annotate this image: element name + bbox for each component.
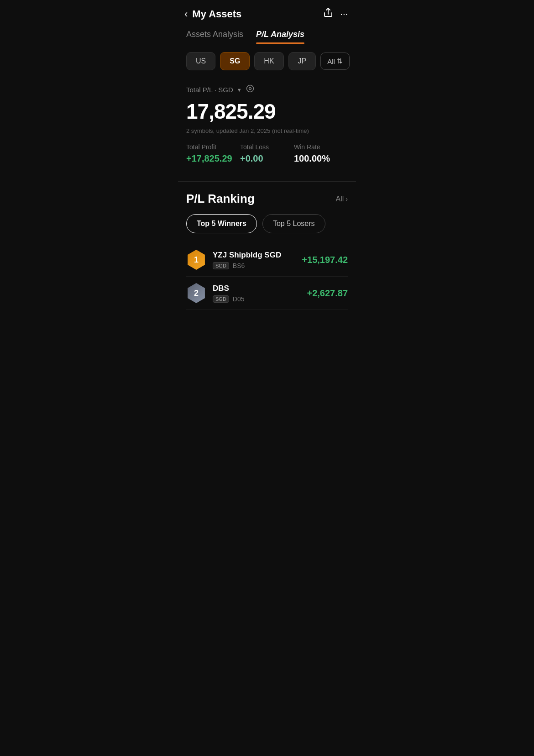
- pl-section: Total P/L · SGD ▼ 17,825.29 2 symbols, u…: [178, 75, 356, 168]
- header: ‹ My Assets ···: [178, 0, 356, 26]
- total-profit-stat: Total Profit +17,825.29: [186, 143, 240, 164]
- rank-medal-2: 2: [186, 283, 206, 303]
- market-filters: US SG HK JP All ⇅: [178, 44, 356, 75]
- market-us-button[interactable]: US: [186, 52, 215, 70]
- rank-badge-2: 2: [186, 283, 206, 303]
- total-loss-value: +0.00: [240, 153, 294, 164]
- eye-icon[interactable]: [246, 84, 255, 95]
- rank-info-2: DBS SGD D05: [213, 284, 300, 303]
- top-losers-button[interactable]: Top 5 Losers: [262, 214, 325, 233]
- page-title: My Assets: [192, 8, 241, 20]
- rank-badge-1: 1: [186, 250, 206, 270]
- currency-tag-1: SGD: [213, 262, 229, 269]
- ranking-section: P/L Ranking All › Top 5 Winners Top 5 Lo…: [178, 182, 356, 315]
- win-rate-value: 100.00%: [294, 153, 348, 164]
- market-sg-button[interactable]: SG: [220, 52, 250, 70]
- header-right: ···: [323, 7, 348, 21]
- dropdown-icon[interactable]: ▼: [237, 87, 242, 93]
- rank-info-1: YZJ Shipbldg SGD SGD BS6: [213, 251, 295, 269]
- tab-assets[interactable]: Assets Analysis: [186, 30, 243, 44]
- header-left: ‹ My Assets: [184, 8, 241, 20]
- filter-all-button[interactable]: All ⇅: [320, 52, 350, 70]
- rank-item-2: 2 DBS SGD D05 +2,627.87: [186, 277, 348, 310]
- stats-row: Total Profit +17,825.29 Total Loss +0.00…: [186, 143, 348, 164]
- total-loss-label: Total Loss: [240, 143, 294, 151]
- svg-point-1: [246, 85, 253, 92]
- ticker-2: D05: [233, 295, 245, 303]
- win-rate-label: Win Rate: [294, 143, 348, 151]
- ranking-header: P/L Ranking All ›: [186, 192, 348, 206]
- svg-point-2: [249, 88, 251, 90]
- share-icon[interactable]: [323, 7, 334, 21]
- rank-toggle: Top 5 Winners Top 5 Losers: [186, 214, 348, 233]
- more-icon[interactable]: ···: [340, 9, 348, 19]
- pl-subtitle: 2 symbols, updated Jan 2, 2025 (not real…: [186, 127, 348, 134]
- win-rate-stat: Win Rate 100.00%: [294, 143, 348, 164]
- ticker-1: BS6: [233, 262, 245, 269]
- rank-value-2: +2,627.87: [307, 288, 348, 299]
- top-winners-button[interactable]: Top 5 Winners: [186, 214, 257, 233]
- tabs: Assets Analysis P/L Analysis: [178, 26, 356, 44]
- pl-label: Total P/L · SGD ▼: [186, 84, 348, 95]
- market-hk-button[interactable]: HK: [254, 52, 283, 70]
- rank-value-1: +15,197.42: [302, 255, 348, 265]
- total-profit-label: Total Profit: [186, 143, 240, 151]
- rank-meta-1: SGD BS6: [213, 262, 295, 269]
- rank-name-2: DBS: [213, 284, 300, 293]
- ranking-title: P/L Ranking: [186, 192, 255, 206]
- currency-tag-2: SGD: [213, 295, 229, 303]
- tab-pl[interactable]: P/L Analysis: [256, 30, 304, 44]
- market-jp-button[interactable]: JP: [288, 52, 316, 70]
- rank-item-1: 1 YZJ Shipbldg SGD SGD BS6 +15,197.42: [186, 243, 348, 277]
- chevron-right-icon: ›: [346, 195, 348, 203]
- pl-total-value: 17,825.29: [186, 99, 348, 124]
- back-button[interactable]: ‹: [184, 8, 188, 20]
- rank-name-1: YZJ Shipbldg SGD: [213, 251, 295, 260]
- filter-sort-icon: ⇅: [337, 57, 343, 65]
- total-profit-value: +17,825.29: [186, 153, 240, 164]
- rank-medal-1: 1: [186, 250, 206, 270]
- total-loss-stat: Total Loss +0.00: [240, 143, 294, 164]
- rank-meta-2: SGD D05: [213, 295, 300, 303]
- ranking-all-button[interactable]: All ›: [336, 195, 348, 203]
